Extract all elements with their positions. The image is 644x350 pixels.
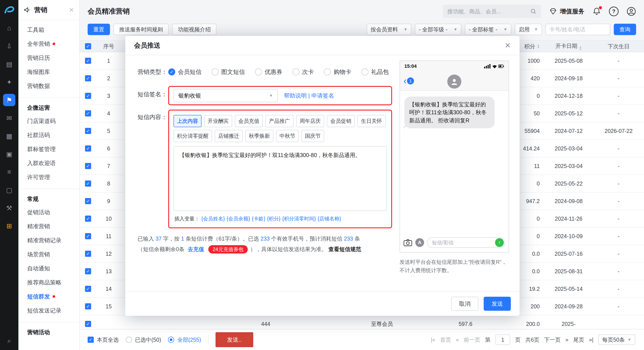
row-checkbox[interactable]: ✓ (85, 58, 91, 64)
marketing-type-option[interactable]: ✓ 礼品包 (362, 68, 389, 76)
signature-select[interactable]: 银豹收银 ▼ (174, 89, 278, 102)
sidebar-item[interactable]: 场景营销 (18, 247, 79, 261)
insert-variable-link[interactable]: {会员余额} (226, 215, 250, 222)
row-checkbox[interactable]: ✓ (85, 198, 91, 204)
send-button[interactable]: 发送 (484, 297, 511, 311)
row-checkbox[interactable]: ✓ (85, 216, 91, 222)
sms-message-textarea[interactable]: 【银豹收银】换季给宝宝最好的呵护！双11全场满300-80，秋冬新品通用。 (174, 146, 387, 211)
sidebar-item[interactable]: 社群活码 (18, 128, 79, 142)
video-intro-button[interactable]: 功能视频介绍 (172, 24, 216, 35)
value-added-services[interactable]: 增值服务 (549, 7, 584, 16)
mail-icon[interactable]: ✉ (3, 112, 15, 124)
filter-tag-select[interactable]: - 全部标签 -▼ (465, 24, 511, 35)
next-page-button[interactable]: 下一页 (544, 336, 560, 343)
template-chip[interactable]: 秋季焕新 (245, 130, 273, 142)
chart-icon[interactable]: ▦ (3, 130, 15, 142)
template-chip[interactable]: 积分清零提醒 (174, 130, 212, 142)
col-open-date[interactable]: 开卡日期▲▼ (544, 42, 593, 50)
next-page-icon[interactable]: » (565, 337, 568, 343)
tools-icon[interactable]: ⚒ (3, 202, 15, 214)
help-icon[interactable]: ? (609, 7, 618, 16)
send-sms-button[interactable]: 发送.. (216, 332, 253, 347)
app-store-icon[interactable]: A (415, 238, 424, 247)
template-chip[interactable]: 会员充值 (235, 115, 263, 127)
sidebar-item[interactable]: 自动通知 (18, 261, 79, 275)
stats-segment[interactable]: 24元充值券包 (208, 245, 248, 254)
back-chevron-icon[interactable]: ‹ (404, 76, 406, 86)
sidebar-item[interactable]: 常规 (18, 189, 79, 205)
page-number-input[interactable] (495, 334, 510, 345)
row-checkbox[interactable]: ✓ (85, 128, 91, 134)
sort-icons[interactable]: ▲▼ (537, 44, 540, 49)
sidebar-item[interactable]: 工具箱 (18, 23, 79, 37)
marketing-type-option[interactable]: ✓ 图文短信 (212, 68, 245, 76)
coupon-icon[interactable]: ✦ (3, 76, 15, 88)
marketing-type-option[interactable]: ✓ 购物卡 (324, 68, 351, 76)
row-checkbox[interactable]: ✓ (85, 110, 91, 116)
last-page-icon[interactable]: »| (589, 337, 594, 343)
screen-icon[interactable]: ▢ (3, 184, 15, 196)
insert-variable-link[interactable]: {会员姓名} (201, 215, 225, 222)
sidebar-item[interactable]: 精准营销记录 (18, 233, 79, 247)
sidebar-item[interactable]: 海报图库 (18, 65, 79, 79)
first-page-icon[interactable]: |« (431, 337, 435, 343)
sidebar-item[interactable]: 全年营销 (18, 37, 79, 51)
marketing-icon[interactable]: ⚑ (3, 94, 15, 106)
sidebar-item[interactable]: 入群欢迎语 (18, 156, 79, 170)
filter-status-select[interactable]: 启用▼ (515, 24, 542, 35)
query-button[interactable]: 查询 (614, 24, 636, 35)
app-logo[interactable] (3, 4, 15, 16)
sidebar-close-icon[interactable]: ✕ (69, 6, 74, 14)
select-page-checkbox[interactable]: ✓ 本页全选 (88, 336, 119, 343)
template-chip[interactable]: 生日关怀 (358, 115, 386, 127)
template-chip[interactable]: 周年店庆 (296, 115, 324, 127)
marketing-type-option[interactable]: ✓ 优惠券 (255, 68, 282, 76)
template-chip[interactable]: 上次内容 (174, 115, 202, 127)
first-page-button[interactable]: 首页 (440, 336, 451, 343)
filter-level-select[interactable]: - 全部等级 -▼ (415, 24, 461, 35)
template-chip[interactable]: 国庆节 (302, 130, 324, 142)
sidebar-item[interactable]: 短信群发 (18, 289, 79, 303)
signature-help-link[interactable]: 帮助说明 | 申请签名 (284, 92, 334, 100)
rail-search-icon[interactable]: ⌕ (8, 337, 11, 345)
row-checkbox[interactable]: ✓ (85, 303, 91, 309)
insert-variable-link[interactable]: {积分清零时间} (282, 215, 316, 222)
prev-page-button[interactable]: 前一页 (464, 336, 480, 343)
stats-segment[interactable]: 去充值 (188, 246, 204, 252)
push-time-rule-button[interactable]: 推送服务时间规则 (114, 24, 169, 35)
send-arrow-icon[interactable]: ↑ (495, 238, 504, 247)
template-chip[interactable]: 中秋节 (276, 130, 299, 142)
row-checkbox[interactable]: ✓ (85, 75, 91, 81)
close-icon[interactable]: ✕ (505, 41, 511, 50)
selected-radio[interactable]: 已选中(50) (126, 336, 161, 343)
sidebar-item[interactable]: 群标签管理 (18, 142, 79, 156)
reset-button[interactable]: 重置 (88, 24, 110, 35)
row-checkbox[interactable]: ✓ (85, 145, 91, 151)
template-chip[interactable]: 会员促销 (327, 115, 355, 127)
stats-segment[interactable]: 查看短信规范 (328, 246, 361, 252)
table-row-partial[interactable]: ✓ 444 至尊会员 597.6 200.0 2025- (80, 315, 644, 329)
all-radio[interactable]: 全部(255) (168, 336, 201, 343)
row-checkbox[interactable]: ✓ (85, 233, 91, 239)
sidebar-item[interactable]: 短信发送记录 (18, 303, 79, 317)
select-all-checkbox[interactable]: ✓ (85, 43, 91, 49)
sidebar-item[interactable]: 营销数据 (18, 79, 79, 93)
row-checkbox[interactable]: ✓ (85, 268, 91, 274)
sidebar-item[interactable]: 精准营销 (18, 219, 79, 233)
insert-variable-link[interactable]: {店铺名称} (318, 215, 341, 222)
sidebar-item[interactable]: 促销活动 (18, 205, 79, 219)
sidebar-item[interactable]: 许可管理 (18, 170, 79, 184)
row-checkbox[interactable]: ✓ (85, 163, 91, 169)
global-search-input[interactable] (447, 8, 530, 15)
row-checkbox[interactable]: ✓ (85, 251, 91, 257)
last-page-button[interactable]: 尾页 (573, 336, 584, 343)
global-search[interactable] (443, 5, 541, 18)
insert-variable-link[interactable]: {卡龄} (252, 215, 265, 222)
list-icon[interactable]: ≡ (3, 166, 15, 178)
filter-member-select[interactable]: 按会员资料▼ (367, 24, 411, 35)
camera-icon[interactable] (404, 239, 412, 246)
sms-input-field[interactable]: 短信/彩信 ↑ (427, 237, 505, 248)
insert-variable-link[interactable]: {积分} (267, 215, 280, 222)
sort-icons[interactable]: ▲▼ (579, 46, 582, 50)
sidebar-item[interactable]: 推荐商品策略 (18, 275, 79, 289)
